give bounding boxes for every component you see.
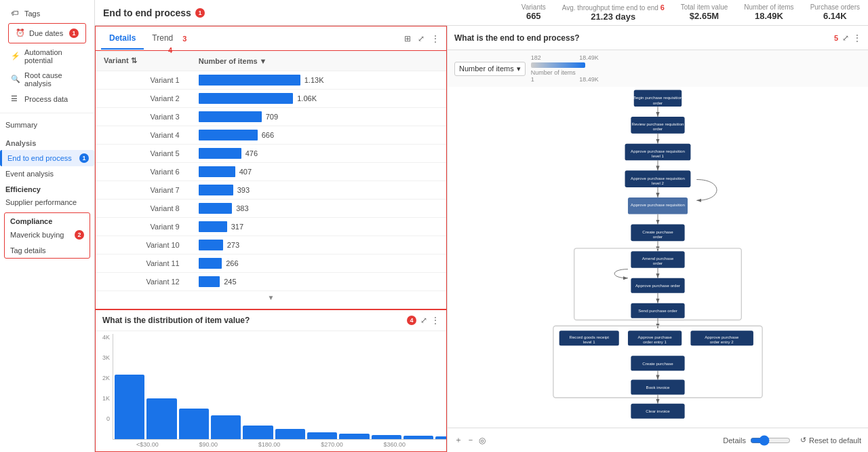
- x-axis-labels: <$30.00 $90.00 $180.00 $270.00 $360.00: [96, 440, 446, 448]
- process-expand-icon[interactable]: ⤢: [842, 33, 849, 43]
- table-row: Variant 8 383: [96, 200, 446, 218]
- tab-trend[interactable]: Trend: [144, 28, 181, 50]
- histogram-bar: [115, 375, 144, 439]
- due-dates-badge: 1: [69, 29, 79, 38]
- process-more-icon[interactable]: ⋮: [853, 33, 861, 43]
- clock-icon: ⏰: [16, 29, 25, 38]
- bar: [199, 203, 233, 214]
- svg-text:Approve purchase order: Approve purchase order: [635, 283, 680, 288]
- process-actions: ⤢ ⋮: [842, 33, 861, 43]
- variant-name: Variant 12: [96, 273, 191, 291]
- distribution-badge: 4: [407, 316, 416, 325]
- bottom-bar: ＋ － ◎ Details ↺ Reset to default: [448, 428, 868, 452]
- zoom-out-icon[interactable]: －: [467, 434, 475, 446]
- reset-button[interactable]: ↺ Reset to default: [800, 436, 861, 445]
- sidebar-item-root-cause[interactable]: 🔍 Root cause analysis: [5, 68, 89, 91]
- sidebar-item-summary[interactable]: Summary: [0, 117, 94, 132]
- tabs-badge: 3: [182, 35, 186, 43]
- table-row: Variant 11 266: [96, 255, 446, 273]
- bar-container: 407: [199, 166, 438, 177]
- sidebar-item-maverick[interactable]: Maverick buying 2: [5, 227, 90, 243]
- legend-scale: 182 18.49K Number of items 1 18.49K: [531, 54, 599, 83]
- svg-text:Send purchase order: Send purchase order: [638, 308, 677, 313]
- bar: [199, 130, 258, 140]
- col-items-header: Number of items ▼: [191, 51, 446, 71]
- reset-icon: ↺: [800, 436, 806, 445]
- more-icon[interactable]: ⋮: [430, 33, 441, 45]
- flow-loop-2: [614, 269, 628, 278]
- sidebar-item-tags[interactable]: 🏷 Tags: [5, 5, 89, 22]
- detail-slider[interactable]: [750, 435, 791, 446]
- sidebar-item-due-dates[interactable]: ⏰ Due dates 1: [10, 25, 84, 41]
- bar-value: 266: [226, 259, 238, 267]
- table-row: Variant 7 393: [96, 181, 446, 200]
- main-area: End to end process 1 Variants 665 Avg. t…: [95, 0, 868, 452]
- svg-text:Begin purchase requisition: Begin purchase requisition: [633, 95, 683, 100]
- histogram-bar: [435, 436, 447, 439]
- sidebar-item-tag-details[interactable]: Tag details: [5, 243, 90, 258]
- table-row: Variant 3 709: [96, 108, 446, 126]
- variants-badge: 4: [168, 50, 172, 54]
- sidebar-item-event-analysis[interactable]: Event analysis: [0, 166, 94, 181]
- expand-icon[interactable]: ⤢: [416, 33, 426, 45]
- dist-expand-icon[interactable]: ⤢: [420, 316, 427, 325]
- tab-details[interactable]: Details: [101, 28, 144, 50]
- sidebar-nav: Summary Analysis End to end process 1 Ev…: [0, 113, 94, 265]
- variant-bar-cell: 317: [191, 218, 446, 236]
- histogram-bar: [403, 436, 433, 439]
- bar-value: 476: [245, 149, 258, 157]
- svg-text:order: order: [653, 261, 663, 265]
- bar-value: 393: [237, 186, 250, 194]
- variant-name: Variant 2: [96, 90, 191, 108]
- zoom-in-icon[interactable]: ＋: [454, 434, 462, 446]
- bar-value: 317: [231, 223, 243, 231]
- detail-control: Details ↺ Reset to default: [723, 435, 861, 446]
- variant-bar-cell: 1.06K: [191, 90, 446, 108]
- page-title: End to end process 1: [103, 7, 521, 18]
- svg-text:level 1: level 1: [652, 153, 664, 158]
- svg-text:order entry 2: order entry 2: [710, 339, 734, 344]
- content-area: Details Trend 3 ⊞ ⤢ ⋮ 4 Variant ⇅: [95, 26, 868, 452]
- variant-bar-cell: 666: [191, 126, 446, 145]
- svg-text:order entry 1: order entry 1: [643, 339, 667, 344]
- histogram-bar: [372, 435, 401, 439]
- sidebar-item-end-to-end[interactable]: End to end process 1: [0, 150, 94, 166]
- variant-name: Variant 7: [96, 181, 191, 200]
- sidebar: 🏷 Tags ⏰ Due dates 1 ⚡ Automation potent…: [0, 0, 95, 452]
- maverick-badge: 2: [75, 230, 84, 240]
- variant-bar-cell: 273: [191, 236, 446, 255]
- svg-text:Approve purchase requisition: Approve purchase requisition: [631, 149, 685, 153]
- variant-name: Variant 4: [96, 126, 191, 145]
- fit-icon[interactable]: ◎: [479, 436, 486, 445]
- table-row: Variant 5 476: [96, 145, 446, 163]
- right-panel: What is the end to end process? 5 ⤢ ⋮ Nu…: [448, 26, 868, 452]
- sidebar-item-process-data[interactable]: ☰ Process data: [5, 91, 89, 107]
- sidebar-item-automation[interactable]: ⚡ Automation potential: [5, 45, 89, 68]
- distribution-panel: What is the distribution of item value? …: [95, 309, 447, 452]
- table-icon[interactable]: ⊞: [403, 33, 412, 45]
- bar-value: 1.06K: [297, 94, 317, 102]
- bar-value: 407: [239, 168, 252, 176]
- bar: [199, 276, 220, 287]
- variant-name: Variant 6: [96, 163, 191, 181]
- title-badge: 1: [195, 8, 205, 18]
- legend-dropdown[interactable]: Number of items ▾: [454, 62, 526, 76]
- tab-actions: ⊞ ⤢ ⋮: [403, 33, 441, 45]
- histogram-bar: [307, 432, 337, 439]
- top-header: End to end process 1 Variants 665 Avg. t…: [95, 0, 868, 26]
- svg-text:Approve purchase: Approve purchase: [705, 335, 739, 339]
- efficiency-label: Efficiency: [0, 181, 94, 195]
- dist-more-icon[interactable]: ⋮: [431, 316, 439, 325]
- table-row: Variant 9 317: [96, 218, 446, 236]
- svg-text:Approve purchase requisition: Approve purchase requisition: [631, 176, 685, 181]
- col-variant-header: Variant ⇅: [96, 51, 191, 71]
- svg-text:order: order: [653, 234, 663, 239]
- variant-name: Variant 10: [96, 236, 191, 255]
- variant-bar-cell: 266: [191, 255, 446, 273]
- process-flow-area: Begin purchase requisition order Review …: [448, 87, 868, 428]
- sidebar-item-supplier[interactable]: Supplier performance: [0, 195, 94, 210]
- histogram-bar: [179, 409, 209, 439]
- svg-text:Create purchase: Create purchase: [642, 229, 673, 234]
- table-row: Variant 1 1.13K: [96, 71, 446, 90]
- svg-text:Create purchase: Create purchase: [642, 361, 673, 366]
